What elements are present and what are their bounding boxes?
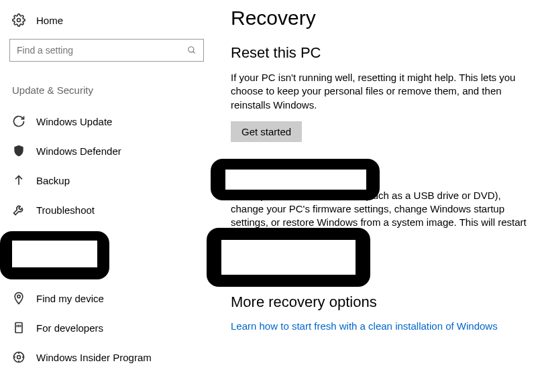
sidebar-item-recovery[interactable]: Recovery	[9, 224, 215, 254]
sidebar-item-find-my-device[interactable]: Find my device	[9, 283, 215, 313]
location-icon	[12, 291, 25, 305]
sidebar-item-windows-defender[interactable]: Windows Defender	[9, 136, 215, 166]
nav-label: Find my device	[36, 293, 104, 304]
insider-icon	[12, 350, 25, 364]
more-section: More recovery options Learn how to start…	[231, 293, 531, 332]
nav-label: Windows Update	[36, 116, 112, 127]
search-input[interactable]	[9, 39, 204, 62]
key-icon	[12, 262, 25, 275]
upload-arrow-icon	[12, 174, 25, 187]
restart-now-button[interactable]: Restart now	[231, 253, 306, 273]
gear-icon	[12, 13, 25, 27]
sidebar: Home Update & Security Windows Update Wi…	[0, 0, 215, 392]
wrench-icon	[12, 203, 25, 216]
nav-label: Activation	[36, 263, 80, 275]
sidebar-item-windows-update[interactable]: Windows Update	[9, 107, 215, 136]
sync-icon	[12, 115, 25, 128]
search-field[interactable]	[17, 45, 187, 56]
reset-section: Reset this PC If your PC isn't running w…	[231, 44, 531, 142]
nav-label: Windows Defender	[36, 145, 121, 157]
advanced-section: Advanced startup Start up from a device …	[231, 162, 531, 273]
reset-desc: If your PC isn't running well, resetting…	[231, 71, 531, 112]
svg-rect-8	[15, 323, 22, 333]
advanced-desc: Start up from a device or disc (such as …	[231, 189, 531, 243]
category-label: Update & Security	[9, 84, 215, 107]
nav-label: For developers	[36, 322, 103, 334]
sidebar-item-activation[interactable]: Activation	[9, 254, 215, 283]
advanced-heading: Advanced startup	[231, 162, 531, 180]
svg-point-7	[17, 295, 20, 298]
nav-label: Recovery	[36, 234, 78, 245]
svg-point-0	[17, 19, 21, 22]
search-icon	[187, 46, 197, 55]
developer-icon	[12, 321, 25, 334]
svg-point-6	[14, 268, 19, 273]
shield-icon	[12, 144, 25, 157]
fresh-start-link[interactable]: Learn how to start fresh with a clean in…	[231, 320, 498, 332]
svg-point-1	[188, 47, 194, 52]
sidebar-item-troubleshoot[interactable]: Troubleshoot	[9, 195, 215, 224]
sidebar-item-for-developers[interactable]: For developers	[9, 313, 215, 342]
get-started-button[interactable]: Get started	[231, 121, 302, 142]
reset-heading: Reset this PC	[231, 44, 531, 62]
sidebar-item-windows-insider[interactable]: Windows Insider Program	[9, 342, 215, 372]
svg-point-13	[17, 356, 21, 359]
home-button[interactable]: Home	[9, 9, 215, 39]
page-title: Recovery	[231, 7, 531, 29]
svg-line-2	[193, 52, 195, 54]
more-heading: More recovery options	[231, 293, 531, 311]
nav-label: Troubleshoot	[36, 204, 95, 216]
home-label: Home	[36, 15, 63, 26]
nav-label: Windows Insider Program	[36, 352, 152, 363]
main-content: Recovery Reset this PC If your PC isn't …	[215, 0, 542, 392]
sidebar-item-backup[interactable]: Backup	[9, 166, 215, 195]
nav-label: Backup	[36, 175, 70, 186]
history-icon	[12, 233, 25, 246]
